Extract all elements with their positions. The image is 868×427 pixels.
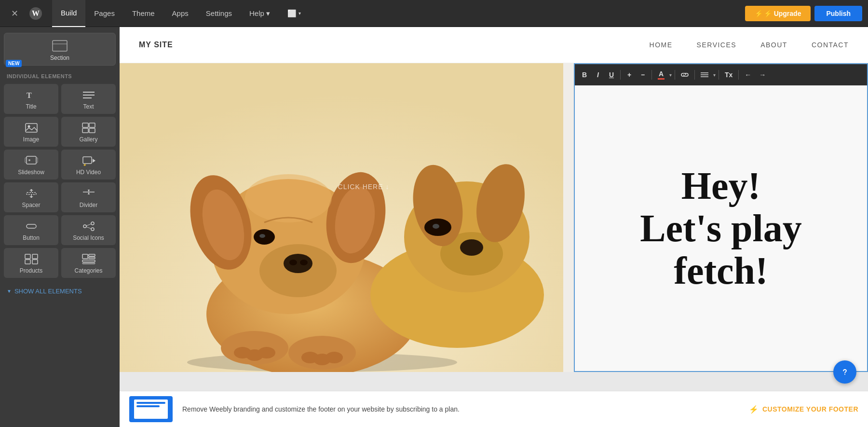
svg-point-49 (284, 254, 312, 273)
show-all-elements-button[interactable]: ▼ SHOW ALL ELEMENTS (0, 282, 120, 301)
toolbar-divider-4 (694, 70, 695, 80)
tab-help[interactable]: Help ▾ (241, 0, 279, 27)
element-slideshow[interactable]: Slideshow (4, 150, 58, 179)
svg-rect-10 (82, 123, 88, 127)
element-spacer[interactable]: Spacer (4, 182, 58, 212)
undo-button[interactable]: ← (742, 69, 754, 81)
element-button[interactable]: Button (4, 215, 58, 245)
element-products-label: Products (20, 267, 42, 274)
svg-rect-29 (27, 224, 36, 228)
color-indicator (658, 78, 665, 80)
tab-settings[interactable]: Settings (197, 0, 241, 27)
nav-item-contact[interactable]: CONTACT (812, 41, 849, 49)
nav-item-home[interactable]: HOME (650, 41, 673, 49)
tab-theme[interactable]: Theme (123, 0, 163, 27)
underline-button[interactable]: U (606, 69, 617, 81)
color-a-letter: A (659, 70, 664, 78)
element-image[interactable]: Image (4, 117, 58, 147)
svg-point-32 (91, 228, 94, 231)
sidebar: NEW Section INDIVIDUAL ELEMENTS T Title (0, 27, 120, 427)
svg-marker-25 (29, 196, 33, 198)
svg-rect-41 (89, 257, 95, 259)
text-formatting-toolbar: B I U + − A ▾ (575, 64, 867, 85)
add-button[interactable]: + (624, 69, 635, 81)
svg-point-50 (289, 260, 297, 265)
element-hd-video[interactable]: ⚡ HD Video (61, 150, 116, 179)
tab-build[interactable]: Build (52, 0, 85, 27)
element-social-icons[interactable]: Social Icons (61, 215, 116, 245)
customize-footer-button[interactable]: ⚡ CUSTOMIZE YOUR FOOTER (749, 405, 859, 414)
svg-rect-12 (82, 128, 88, 133)
element-categories[interactable]: Categories (61, 248, 116, 278)
svg-rect-43 (82, 263, 95, 264)
help-fab-button[interactable] (833, 360, 856, 384)
svg-point-66 (245, 174, 332, 222)
element-text-label: Text (83, 103, 94, 110)
tx-button[interactable]: Tx (722, 69, 735, 81)
element-image-label: Image (23, 136, 39, 143)
svg-rect-11 (89, 123, 95, 127)
footer-preview-line-2 (136, 405, 160, 407)
svg-point-31 (91, 222, 94, 225)
canvas: MY SITE HOME SERVICES ABOUT CONTACT (120, 27, 868, 427)
align-button[interactable] (698, 70, 711, 80)
svg-point-9 (27, 125, 30, 128)
svg-rect-13 (89, 128, 95, 133)
bold-button[interactable]: B (579, 69, 590, 81)
svg-point-78 (840, 367, 850, 377)
nav-item-services[interactable]: SERVICES (697, 41, 737, 49)
nav-item-about[interactable]: ABOUT (760, 41, 787, 49)
main-layout: NEW Section INDIVIDUAL ELEMENTS T Title (0, 27, 868, 427)
section-label: Section (50, 55, 69, 61)
color-chevron[interactable]: ▾ (669, 72, 672, 78)
svg-line-34 (86, 227, 91, 229)
upgrade-button[interactable]: ⚡ ⚡ Upgrade (745, 6, 811, 21)
footer-banner: Remove Weebly branding and customize the… (120, 391, 868, 427)
element-categories-label: Categories (74, 267, 102, 274)
close-button[interactable]: ✕ (6, 5, 23, 22)
element-title[interactable]: T Title (4, 84, 58, 114)
element-hd-video-label: HD Video (76, 169, 101, 176)
align-chevron[interactable]: ▾ (713, 72, 716, 78)
toolbar-divider-1 (620, 70, 621, 80)
hero-text-area[interactable]: B I U + − A ▾ (574, 63, 868, 372)
lightning-icon: ⚡ (749, 405, 759, 414)
svg-rect-15 (25, 158, 27, 163)
elements-grid: T Title Text Image (0, 82, 120, 280)
tab-device[interactable]: ⬜ ▾ (279, 0, 310, 27)
redo-button[interactable]: → (756, 69, 769, 81)
svg-point-79 (844, 374, 845, 375)
footer-preview-image (129, 396, 173, 422)
svg-rect-36 (32, 254, 38, 259)
individual-elements-label: INDIVIDUAL ELEMENTS (0, 68, 120, 82)
new-badge: NEW (6, 60, 22, 67)
hero-headline: Hey! Let's play fetch! (640, 165, 802, 292)
svg-rect-39 (82, 254, 88, 259)
hero-image[interactable]: CLICK HERE ↓ (120, 63, 563, 372)
top-navigation: ✕ W Build Pages Theme Apps Settings Help… (0, 0, 868, 27)
element-gallery-label: Gallery (79, 136, 97, 143)
tab-pages[interactable]: Pages (85, 0, 123, 27)
element-gallery[interactable]: Gallery (61, 117, 116, 147)
svg-point-51 (300, 260, 308, 265)
color-button[interactable]: A (655, 68, 667, 82)
link-button[interactable] (678, 70, 692, 80)
italic-button[interactable]: I (592, 69, 604, 81)
weebly-logo: W (27, 5, 44, 22)
hero-text-content[interactable]: Hey! Let's play fetch! (575, 85, 867, 371)
svg-point-62 (258, 347, 275, 358)
remove-button[interactable]: − (637, 69, 649, 81)
site-navigation: HOME SERVICES ABOUT CONTACT (650, 41, 849, 49)
element-text[interactable]: Text (61, 84, 116, 114)
element-products[interactable]: Products (4, 248, 58, 278)
tab-apps[interactable]: Apps (163, 0, 197, 27)
toolbar-divider-2 (651, 70, 652, 80)
svg-point-65 (326, 352, 343, 363)
svg-rect-16 (36, 158, 38, 163)
element-divider[interactable]: Divider (61, 182, 116, 212)
publish-button[interactable]: Publish (814, 6, 862, 21)
svg-point-70 (460, 239, 483, 256)
svg-rect-35 (25, 254, 30, 259)
svg-point-30 (83, 225, 86, 228)
svg-text:⚡: ⚡ (83, 163, 87, 166)
